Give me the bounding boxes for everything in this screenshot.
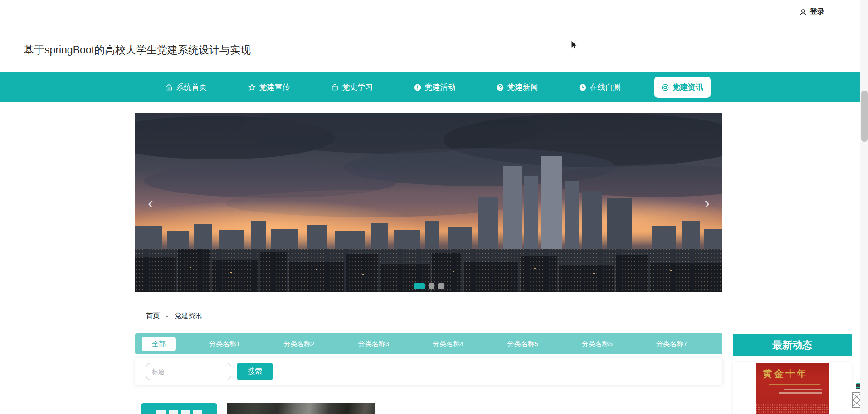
user-icon [800,9,807,16]
breadcrumb-current: 党建资讯 [175,312,202,320]
carousel-dot-2[interactable] [429,283,434,289]
breadcrumb: 首页 - 党建资讯 [146,312,202,320]
carousel-dot-1[interactable] [414,283,425,289]
star-icon [248,83,256,91]
search-card: 搜索 [135,358,722,385]
category-tabs: 全部 分类名称1 分类名称2 分类名称3 分类名称4 分类名称5 分类名称6 分… [135,333,722,354]
nav-item-activities[interactable]: 党建活动 [407,77,463,98]
latest-news-header: 最新动态 [733,334,852,356]
topbar: 登录 [0,0,868,27]
login-label: 登录 [810,7,824,17]
search-input[interactable] [146,363,231,380]
header: 基于springBoot的高校大学生党建系统设计与实现 [0,28,868,72]
nav-item-label: 党建新闻 [507,82,538,92]
nav-item-news[interactable]: 党建新闻 [489,77,546,98]
nav-item-label: 系统首页 [176,82,207,92]
category-tab-4[interactable]: 分类名称4 [423,337,473,351]
carousel: ‹ › [135,113,722,292]
book-credit-line [784,389,822,390]
book-cover-image[interactable]: 黄金十年 [756,363,829,414]
nav-item-propaganda[interactable]: 党建宣传 [241,77,297,98]
nav-item-party-info[interactable]: 党建资讯 [654,77,711,98]
nav-item-label: 党建宣传 [259,82,290,92]
carousel-next-button[interactable]: › [699,193,715,213]
book-subtitle-line [769,384,820,385]
info-circle-icon [414,84,421,91]
nav-item-history-study[interactable]: 党史学习 [324,77,380,98]
page-title: 基于springBoot的高校大学生党建系统设计与实现 [24,43,251,57]
search-button[interactable]: 搜索 [237,363,273,380]
main-nav: 系统首页 党建宣传 党史学习 党建活动 党建新闻 [0,72,868,102]
list-item-thumbnail[interactable] [227,403,375,414]
login-button[interactable]: 登录 [800,7,824,17]
list-item-label-button[interactable] [141,403,217,414]
category-tab-5[interactable]: 分类名称5 [497,337,548,351]
category-tab-6[interactable]: 分类名称6 [572,337,623,351]
category-tab-3[interactable]: 分类名称3 [348,337,399,351]
carousel-image [135,113,722,292]
category-tab-7[interactable]: 分类名称7 [646,337,697,351]
book-pattern [756,404,829,414]
nav-item-label: 党建资讯 [673,82,703,92]
page: 登录 基于springBoot的高校大学生党建系统设计与实现 系统首页 党建宣传… [0,0,868,414]
question-circle-icon [497,84,504,91]
nav-item-self-test[interactable]: 在线自测 [572,77,628,98]
carousel-dot-3[interactable] [438,283,444,289]
clock-circle-icon [579,84,586,91]
nav-item-system-home[interactable]: 系统首页 [158,77,215,98]
carousel-dots [414,283,444,289]
latest-news-item: 黄金十年 [733,362,852,414]
home-icon [165,83,173,91]
carousel-prev-button[interactable]: ‹ [142,193,159,213]
bag-icon [331,83,339,91]
breadcrumb-separator: - [166,312,168,320]
book-title: 黄金十年 [763,367,829,380]
scrollbar-thumb[interactable] [861,91,868,142]
category-tab-1[interactable]: 分类名称1 [199,337,250,351]
nav-item-label: 党建活动 [425,82,456,92]
category-tab-2[interactable]: 分类名称2 [273,337,324,351]
breadcrumb-home-link[interactable]: 首页 [146,312,160,320]
category-tab-all[interactable]: 全部 [142,337,176,351]
book-credit-line [779,392,822,394]
clipped-text [156,410,202,414]
target-circle-icon [662,84,669,91]
scrollbar-track[interactable] [860,0,868,414]
nav-item-label: 党史学习 [342,82,373,92]
nav-item-label: 在线自测 [590,82,621,92]
